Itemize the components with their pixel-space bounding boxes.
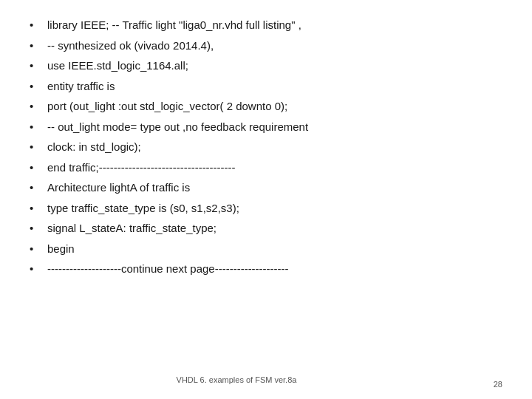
bullet-dot: • <box>30 158 43 177</box>
item-text: use IEEE.std_logic_1164.all; <box>47 56 188 75</box>
list-item: •signal L_stateA: traffic_state_type; <box>30 218 502 239</box>
bullet-list: •library IEEE; -- Traffic light "liga0_n… <box>30 15 502 384</box>
bullet-dot: • <box>30 137 43 157</box>
page-number: 28 <box>494 380 502 389</box>
item-text: entity traffic is <box>47 77 115 96</box>
list-item: •-- out_light mode= type out ,no feedbac… <box>30 117 502 137</box>
item-text: type traffic_state_type is (s0, s1,s2,s3… <box>47 199 239 218</box>
item-text: library IEEE; -- Traffic light "liga0_nr… <box>47 16 301 35</box>
item-text: -- synthesized ok (vivado 2014.4), <box>47 36 214 55</box>
item-text: -- out_light mode= type out ,no feedback… <box>47 117 308 137</box>
item-text: --------------------continue next page--… <box>47 259 289 279</box>
item-text: begin <box>47 239 75 259</box>
bullet-dot: • <box>30 239 43 259</box>
main-content: •library IEEE; -- Traffic light "liga0_n… <box>0 0 532 399</box>
list-item: •library IEEE; -- Traffic light "liga0_n… <box>30 15 502 35</box>
list-item: • port (out_light :out std_logic_vector(… <box>30 96 502 117</box>
bullet-dot: • <box>30 16 43 35</box>
bullet-dot: • <box>30 56 43 75</box>
list-item: •Architecture lightA of traffic is <box>30 177 502 198</box>
item-text: signal L_stateA: traffic_state_type; <box>47 219 216 238</box>
list-item: • clock: in std_logic); <box>30 137 502 157</box>
list-item: •use IEEE.std_logic_1164.all; <box>30 55 502 76</box>
bullet-dot: • <box>30 259 43 279</box>
list-item: •-- synthesized ok (vivado 2014.4), <box>30 35 502 56</box>
list-item: •entity traffic is <box>30 76 502 97</box>
bullet-dot: • <box>30 178 43 197</box>
item-text: Architecture lightA of traffic is <box>47 178 190 197</box>
list-item: •end traffic;---------------------------… <box>30 157 502 178</box>
item-text: end traffic;----------------------------… <box>47 158 236 177</box>
bullet-dot: • <box>30 219 43 238</box>
bullet-dot: • <box>30 77 43 96</box>
item-text: clock: in std_logic); <box>47 137 141 157</box>
bullet-dot: • <box>30 36 43 55</box>
bullet-dot: • <box>30 199 43 218</box>
item-text: port (out_light :out std_logic_vector( 2… <box>47 97 287 116</box>
footer: VHDL 6. examples of FSM ver.8a <box>0 368 532 392</box>
bullet-dot: • <box>30 117 43 137</box>
list-item: •type traffic_state_type is (s0, s1,s2,s… <box>30 198 502 219</box>
footer-text: VHDL 6. examples of FSM ver.8a <box>177 375 297 384</box>
list-item: •--------------------continue next page-… <box>30 259 502 279</box>
bullet-dot: • <box>30 97 43 116</box>
list-item: •begin <box>30 239 502 259</box>
